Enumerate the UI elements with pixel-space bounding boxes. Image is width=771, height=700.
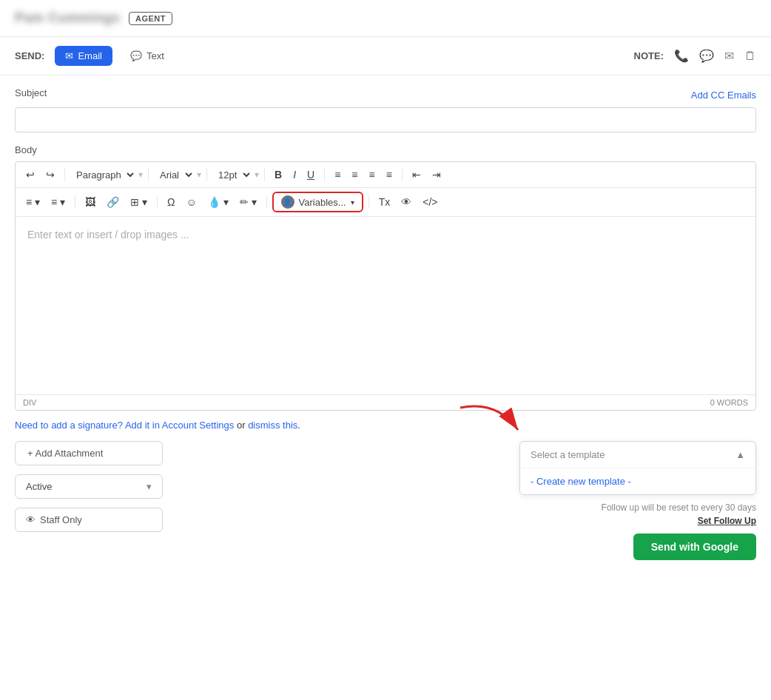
- send-options: SEND: ✉ Email 💬 Text: [15, 46, 175, 66]
- align-center-button[interactable]: ≡: [347, 166, 362, 184]
- variables-chevron-icon: ▾: [351, 198, 354, 206]
- account-settings-link[interactable]: Account Settings: [162, 420, 235, 431]
- variables-avatar-icon: 👤: [281, 195, 294, 209]
- header: Pam Cummings AGENT: [0, 0, 771, 37]
- divider-5: [324, 168, 325, 181]
- followup-text: Follow up will be reset to every 30 days…: [602, 501, 756, 528]
- signature-pre-text: Need to add a signature? Add it in: [15, 420, 162, 431]
- divider-4: [264, 168, 265, 181]
- font-chevron: ▾: [197, 169, 201, 180]
- redo-button[interactable]: ↪: [41, 166, 59, 184]
- send-label: SEND:: [15, 50, 44, 61]
- source-button[interactable]: </>: [418, 193, 442, 211]
- arrow-indicator: [453, 400, 527, 441]
- subject-label: Subject: [15, 87, 47, 98]
- body-label: Body: [15, 144, 756, 155]
- unordered-list-button[interactable]: ≡ ▾: [47, 193, 70, 211]
- divider-10: [368, 195, 369, 209]
- paragraph-select[interactable]: Paragraph: [70, 166, 136, 184]
- bold-button[interactable]: B: [270, 166, 286, 184]
- toolbar-row-1: ↩ ↪ Paragraph ▾ Arial ▾ 12pt ▾ B I U ≡ ≡: [16, 162, 755, 188]
- template-dropdown: Select a template ▲ - Create new templat…: [519, 441, 756, 495]
- compose-area: Subject Add CC Emails Body ↩ ↪ Paragraph…: [0, 75, 771, 572]
- template-select-row[interactable]: Select a template ▲: [520, 442, 755, 468]
- outdent-button[interactable]: ⇤: [408, 166, 425, 184]
- eye-off-icon: 👁: [26, 514, 36, 525]
- preview-button[interactable]: 👁: [397, 193, 416, 211]
- divider-9: [266, 195, 267, 209]
- template-chevron-icon: ▲: [735, 449, 745, 460]
- divider-8: [157, 195, 158, 209]
- subject-row: Subject Add CC Emails: [15, 87, 756, 103]
- highlight-button[interactable]: ✏ ▾: [235, 193, 261, 211]
- paragraph-chevron: ▾: [138, 169, 143, 180]
- create-template-link[interactable]: - Create new template -: [520, 468, 755, 494]
- divider-1: [64, 168, 65, 181]
- editor-container: ↩ ↪ Paragraph ▾ Arial ▾ 12pt ▾ B I U ≡ ≡: [15, 161, 756, 411]
- add-attachment-button[interactable]: + Add Attachment: [15, 441, 163, 465]
- note-pad-icon[interactable]: 🗒: [744, 50, 756, 63]
- underline-button[interactable]: U: [303, 166, 319, 184]
- email-note-icon[interactable]: ✉: [724, 49, 734, 63]
- divider-7: [75, 195, 75, 209]
- text-button[interactable]: 💬 Text: [120, 46, 175, 66]
- bottom-left-controls: + Add Attachment Active ▾ 👁 Staff Only: [15, 441, 163, 532]
- align-right-button[interactable]: ≡: [364, 166, 379, 184]
- align-justify-button[interactable]: ≡: [382, 166, 397, 184]
- clear-format-button[interactable]: Tx: [374, 193, 395, 211]
- editor-footer: DIV 0 WORDS: [16, 394, 755, 410]
- color-button[interactable]: 💧 ▾: [203, 193, 233, 211]
- send-bar: SEND: ✉ Email 💬 Text NOTE: 📞 💬 ✉ 🗒: [0, 37, 771, 75]
- special-chars-button[interactable]: Ω: [163, 193, 179, 211]
- divider-3: [206, 168, 207, 181]
- staff-only-button[interactable]: 👁 Staff Only: [15, 508, 163, 532]
- chat-icon: 💬: [130, 50, 142, 61]
- template-dropdown-container: Select a template ▲ - Create new templat…: [519, 441, 756, 495]
- template-placeholder: Select a template: [531, 449, 605, 460]
- variables-button[interactable]: 👤 Variables... ▾: [272, 192, 363, 212]
- size-chevron: ▾: [255, 169, 259, 180]
- signature-post-text: .: [297, 420, 300, 431]
- agent-badge: AGENT: [129, 12, 172, 25]
- font-select[interactable]: Arial: [154, 166, 195, 184]
- send-with-google-button[interactable]: Send with Google: [633, 534, 756, 560]
- link-button[interactable]: 🔗: [102, 193, 124, 211]
- email-icon: ✉: [65, 50, 73, 61]
- italic-button[interactable]: I: [289, 166, 300, 184]
- image-button[interactable]: 🖼: [81, 193, 100, 211]
- active-label: Active: [26, 481, 52, 492]
- contact-name: Pam Cummings: [15, 10, 120, 26]
- emoji-button[interactable]: ☺: [181, 193, 201, 211]
- table-button[interactable]: ⊞ ▾: [126, 193, 152, 211]
- align-left-button[interactable]: ≡: [330, 166, 345, 184]
- phone-icon[interactable]: 📞: [674, 49, 689, 63]
- active-chevron-icon: ▾: [147, 481, 152, 492]
- toolbar-row-2: ≡ ▾ ≡ ▾ 🖼 🔗 ⊞ ▾ Ω ☺ 💧 ▾ ✏ ▾ 👤 Variables.…: [16, 188, 755, 217]
- subject-input[interactable]: [15, 107, 756, 132]
- note-label: NOTE:: [634, 50, 664, 61]
- word-count: 0 WORDS: [710, 398, 748, 407]
- add-cc-link[interactable]: Add CC Emails: [691, 90, 756, 101]
- active-dropdown[interactable]: Active ▾: [15, 474, 163, 499]
- signature-mid-text: or: [234, 420, 248, 431]
- editor-body[interactable]: Enter text or insert / drop images ...: [16, 217, 755, 394]
- ordered-list-button[interactable]: ≡ ▾: [21, 193, 44, 211]
- message-icon[interactable]: 💬: [699, 49, 714, 63]
- editor-mode: DIV: [23, 398, 36, 407]
- undo-button[interactable]: ↩: [21, 166, 39, 184]
- bottom-row: + Add Attachment Active ▾ 👁 Staff Only: [15, 441, 756, 560]
- size-select[interactable]: 12pt: [212, 166, 252, 184]
- divider-2: [148, 168, 149, 181]
- bottom-right-controls: Select a template ▲ - Create new templat…: [519, 441, 756, 560]
- signature-notice: Need to add a signature? Add it in Accou…: [15, 420, 756, 431]
- note-options: NOTE: 📞 💬 ✉ 🗒: [634, 49, 756, 63]
- indent-button[interactable]: ⇥: [428, 166, 445, 184]
- dismiss-link[interactable]: dismiss this: [248, 420, 297, 431]
- set-followup-link[interactable]: Set Follow Up: [698, 516, 756, 526]
- email-button[interactable]: ✉ Email: [55, 46, 112, 66]
- divider-6: [402, 168, 403, 181]
